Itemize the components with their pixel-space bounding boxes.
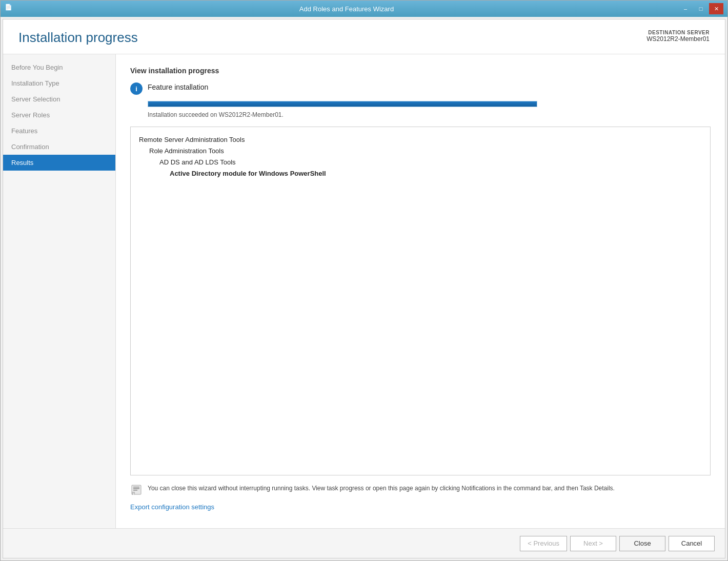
installed-item-1: Role Administration Tools xyxy=(139,146,702,157)
sidebar-item-installation-type[interactable]: Installation Type xyxy=(3,75,115,91)
page-header: Installation progress DESTINATION SERVER… xyxy=(3,19,725,54)
window-close-button[interactable]: ✕ xyxy=(709,3,723,14)
previous-button[interactable]: < Previous xyxy=(520,536,567,551)
sidebar: Before You Begin Installation Type Serve… xyxy=(3,54,116,528)
close-button[interactable]: Close xyxy=(619,536,665,551)
installed-item-2: AD DS and AD LDS Tools xyxy=(139,157,702,168)
cancel-button[interactable]: Cancel xyxy=(669,536,715,551)
installed-features-box: Remote Server Administration Tools Role … xyxy=(130,127,711,475)
footer: < Previous Next > Close Cancel xyxy=(3,528,725,558)
maximize-button[interactable]: □ xyxy=(694,3,708,14)
destination-server-info: DESTINATION SERVER WS2012R2-Member01 xyxy=(646,30,710,43)
content-area: Installation progress DESTINATION SERVER… xyxy=(3,19,725,558)
installed-item-3: Active Directory module for Windows Powe… xyxy=(139,168,702,179)
window-title: Add Roles and Features Wizard xyxy=(15,5,678,13)
note-row: 1 You can close this wizard without inte… xyxy=(130,484,711,496)
feature-row: i Feature installation xyxy=(130,82,711,95)
minimize-button[interactable]: – xyxy=(678,3,693,14)
success-text: Installation succeeded on WS2012R2-Membe… xyxy=(148,111,711,118)
sidebar-item-confirmation[interactable]: Confirmation xyxy=(3,139,115,155)
note-text: You can close this wizard without interr… xyxy=(148,484,615,493)
app-icon: 📄 xyxy=(5,4,15,14)
note-icon: 1 xyxy=(130,484,143,496)
application-window: 📄 Add Roles and Features Wizard – □ ✕ In… xyxy=(0,0,728,561)
sidebar-item-server-roles[interactable]: Server Roles xyxy=(3,107,115,123)
svg-rect-2 xyxy=(133,488,139,489)
sidebar-item-results[interactable]: Results xyxy=(3,155,115,171)
window-controls: – □ ✕ xyxy=(678,3,723,14)
info-icon: i xyxy=(130,82,143,95)
export-configuration-link[interactable]: Export configuration settings xyxy=(130,503,711,511)
sidebar-item-before-you-begin[interactable]: Before You Begin xyxy=(3,59,115,75)
feature-label: Feature installation xyxy=(148,82,208,91)
progress-bar-track xyxy=(148,101,537,107)
installed-item-0: Remote Server Administration Tools xyxy=(139,134,702,146)
destination-name: WS2012R2-Member01 xyxy=(646,35,710,43)
progress-bar-fill xyxy=(148,101,537,107)
section-heading: View installation progress xyxy=(130,67,711,75)
svg-rect-1 xyxy=(133,487,139,488)
title-bar: 📄 Add Roles and Features Wizard – □ ✕ xyxy=(1,1,727,17)
svg-rect-3 xyxy=(133,490,137,491)
destination-label: DESTINATION SERVER xyxy=(646,30,710,35)
sidebar-item-server-selection[interactable]: Server Selection xyxy=(3,91,115,107)
sidebar-item-features[interactable]: Features xyxy=(3,123,115,139)
page-title: Installation progress xyxy=(18,30,138,46)
progress-bar-container xyxy=(148,101,711,107)
main-area: Before You Begin Installation Type Serve… xyxy=(3,54,725,528)
next-button[interactable]: Next > xyxy=(570,536,616,551)
wizard-body: View installation progress i Feature ins… xyxy=(116,54,725,528)
